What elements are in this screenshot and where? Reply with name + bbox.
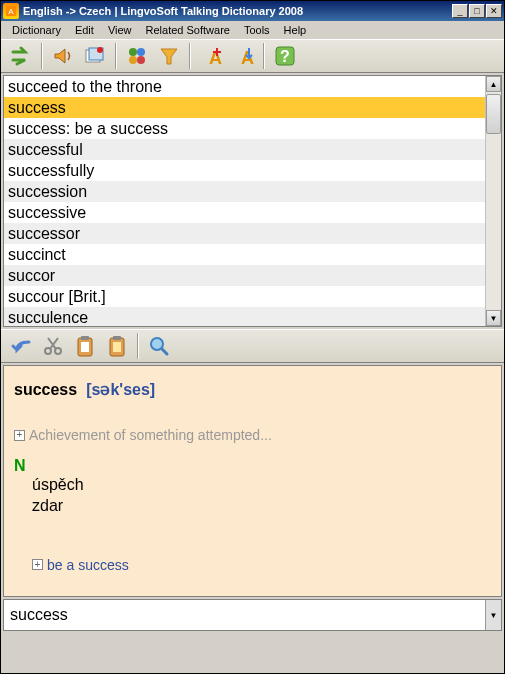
menu-related-software[interactable]: Related Software [139, 23, 237, 37]
search-dropdown-button[interactable]: ▼ [485, 600, 501, 630]
wordlist-container: succeed to the thronesuccesssuccess: be … [3, 75, 502, 327]
word-row[interactable]: successful [4, 139, 485, 160]
svg-point-5 [129, 48, 137, 56]
headword: success [14, 381, 77, 398]
svg-text:?: ? [280, 48, 290, 65]
scissors-icon [41, 334, 65, 358]
definition-header: success [sək'ses] [14, 380, 491, 399]
menu-dictionary[interactable]: Dictionary [5, 23, 68, 37]
toolbar-separator [263, 43, 265, 69]
word-row[interactable]: successor [4, 223, 485, 244]
toolbar-separator [115, 43, 117, 69]
word-row[interactable]: successive [4, 202, 485, 223]
translation: úspěch [32, 475, 491, 496]
word-row[interactable]: succor [4, 265, 485, 286]
related-link[interactable]: be a success [47, 557, 129, 573]
svg-point-4 [97, 47, 103, 53]
minimize-button[interactable]: _ [452, 4, 468, 18]
help-button[interactable]: ? [270, 42, 300, 70]
window-controls: _ □ ✕ [452, 4, 502, 18]
back-arrow-icon [9, 334, 33, 358]
word-row[interactable]: succeed to the throne [4, 76, 485, 97]
expand-description-button[interactable]: + [14, 430, 25, 441]
size-up-button[interactable]: A [196, 42, 226, 70]
svg-point-6 [137, 48, 145, 56]
search-button[interactable] [144, 332, 174, 360]
translation: zdar [32, 496, 491, 517]
svg-rect-19 [113, 336, 121, 340]
apps-button[interactable] [122, 42, 152, 70]
funnel-icon [157, 44, 181, 68]
svg-point-8 [137, 56, 145, 64]
back-button[interactable] [6, 332, 36, 360]
menu-edit[interactable]: Edit [68, 23, 101, 37]
scroll-thumb[interactable] [486, 94, 501, 134]
app-icon: A [3, 3, 19, 19]
toolbar-separator [41, 43, 43, 69]
svg-rect-20 [113, 342, 121, 352]
menu-tools[interactable]: Tools [237, 23, 277, 37]
search-container: ▼ [3, 599, 502, 631]
menu-view[interactable]: View [101, 23, 139, 37]
wordlist-scrollbar[interactable]: ▲ ▼ [485, 76, 501, 326]
svg-text:A: A [8, 7, 14, 16]
swap-icon [9, 44, 33, 68]
card-icon [83, 44, 107, 68]
titlebar: A English -> Czech | LingvoSoft Talking … [1, 1, 504, 21]
search-input[interactable] [4, 600, 485, 630]
menu-help[interactable]: Help [277, 23, 314, 37]
word-row[interactable]: success: be a success [4, 118, 485, 139]
titlebar-text: English -> Czech | LingvoSoft Talking Di… [23, 5, 452, 17]
word-row[interactable]: successfully [4, 160, 485, 181]
flashcard-button[interactable] [80, 42, 110, 70]
copy-button[interactable] [70, 332, 100, 360]
svg-rect-17 [81, 342, 89, 352]
scroll-down-button[interactable]: ▼ [486, 310, 501, 326]
toolbar-separator [137, 333, 139, 359]
paste-button[interactable] [102, 332, 132, 360]
scroll-track[interactable] [486, 92, 501, 310]
definition-panel: success [sək'ses] + Achievement of somet… [3, 365, 502, 597]
font-decrease-icon: A [231, 44, 255, 68]
swap-direction-button[interactable] [6, 42, 36, 70]
main-toolbar: A A ? [1, 39, 504, 73]
word-row[interactable]: succession [4, 181, 485, 202]
menubar: Dictionary Edit View Related Software To… [1, 21, 504, 39]
magnifier-icon [147, 334, 171, 358]
filter-button[interactable] [154, 42, 184, 70]
close-button[interactable]: ✕ [486, 4, 502, 18]
svg-point-7 [129, 56, 137, 64]
apps-icon [125, 44, 149, 68]
expand-related-button[interactable]: + [32, 559, 43, 570]
secondary-toolbar [1, 329, 504, 363]
speak-button[interactable] [48, 42, 78, 70]
scroll-up-button[interactable]: ▲ [486, 76, 501, 92]
font-increase-icon: A [199, 44, 223, 68]
svg-text:A: A [241, 48, 254, 68]
toolbar-separator [189, 43, 191, 69]
maximize-button[interactable]: □ [469, 4, 485, 18]
word-row[interactable]: success [4, 97, 485, 118]
word-row[interactable]: succulence [4, 307, 485, 326]
description-text: Achievement of something attempted... [29, 427, 272, 443]
clipboard-paste-icon [105, 334, 129, 358]
part-of-speech: N [14, 457, 491, 475]
svg-rect-16 [81, 336, 89, 340]
clipboard-copy-icon [73, 334, 97, 358]
word-row[interactable]: succinct [4, 244, 485, 265]
speaker-icon [51, 44, 75, 68]
cut-button[interactable] [38, 332, 68, 360]
word-row[interactable]: succour [Brit.] [4, 286, 485, 307]
size-down-button[interactable]: A [228, 42, 258, 70]
wordlist[interactable]: succeed to the thronesuccesssuccess: be … [4, 76, 485, 326]
help-icon: ? [273, 44, 297, 68]
phonetic: [sək'ses] [86, 381, 155, 398]
description-row: + Achievement of something attempted... [14, 427, 491, 443]
related-row: + be a success [32, 557, 491, 573]
